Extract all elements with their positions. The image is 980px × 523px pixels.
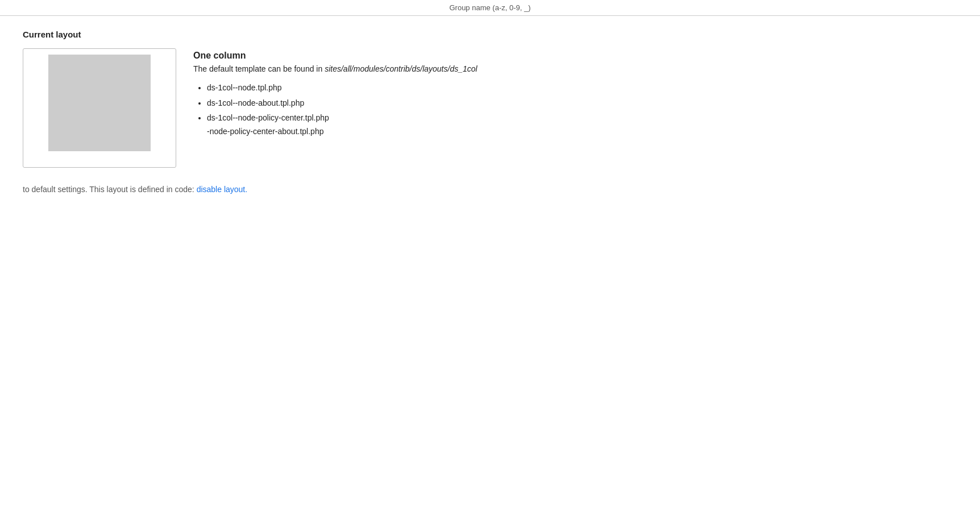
template-file-2: ds-1col--node-about.tpl.php <box>207 96 957 111</box>
template-path-label: The default template can be found in <box>193 64 322 73</box>
layout-title: One column <box>193 51 957 61</box>
template-file-3: ds-1col--node-policy-center.tpl.php <box>207 110 957 126</box>
layout-container: One column The default template can be f… <box>23 48 957 168</box>
truncated-item-text: -node-policy-center-about.tpl.php <box>207 127 323 136</box>
template-file-1: ds-1col--node.tpl.php <box>207 80 957 96</box>
template-path-line: The default template can be found in sit… <box>193 64 957 73</box>
layout-preview-image <box>48 55 151 151</box>
top-bar: Group name (a-z, 0-9, _) <box>0 0 980 16</box>
template-files-list: ds-1col--node.tpl.php ds-1col--node-abou… <box>193 80 957 126</box>
footer-text-prefix: to default settings. <box>23 185 88 194</box>
truncated-item: -node-policy-center-about.tpl.php <box>193 127 957 136</box>
layout-info: One column The default template can be f… <box>193 48 957 136</box>
layout-preview <box>23 48 176 168</box>
top-bar-text: Group name (a-z, 0-9, _) <box>449 3 530 12</box>
footer-text: to default settings. This layout is defi… <box>23 185 957 194</box>
template-path-value: sites/all/modules/contrib/ds/layouts/ds_… <box>325 64 477 73</box>
disable-layout-link[interactable]: disable layout. <box>197 185 248 194</box>
footer-middle: This layout is defined in code: <box>89 185 194 194</box>
section-title: Current layout <box>23 30 957 39</box>
main-content: Current layout One column The default te… <box>0 16 980 207</box>
